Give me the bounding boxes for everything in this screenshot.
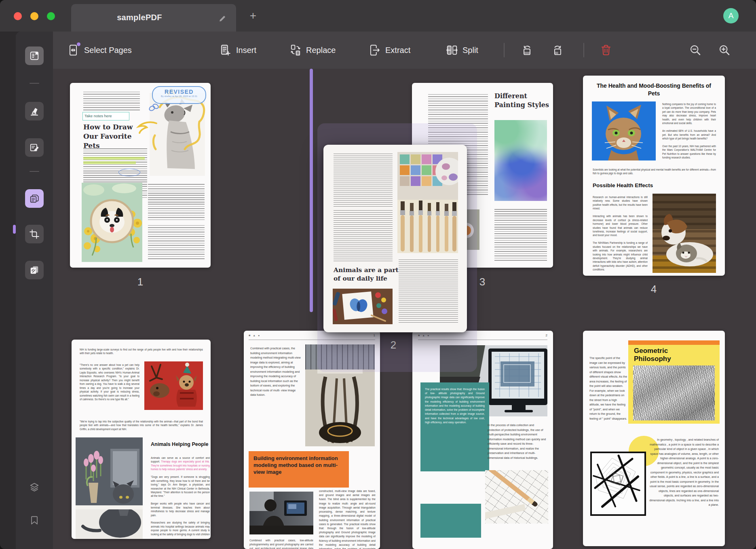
page5-paragraph: "We're trying to tap into the subjective… xyxy=(80,420,203,433)
dogs-in-costumes-photo xyxy=(144,361,203,410)
page4-title: The Health and Mood-Boosting Benefits of… xyxy=(593,82,715,97)
sidebar-item-layers[interactable] xyxy=(25,478,44,496)
drop-slot-number: 2 xyxy=(391,339,396,351)
page4-paragraph: Research on human-animal interactions is… xyxy=(593,195,648,273)
sidebar-divider xyxy=(30,83,39,84)
extract-label: Extract xyxy=(385,46,410,55)
zoom-out-button[interactable] xyxy=(689,32,701,69)
sidebar xyxy=(16,32,53,549)
page5-paragraph: "There's no one answer about how a pet c… xyxy=(80,363,139,418)
text-lines xyxy=(334,210,393,263)
page5-heading: Animals Helping People xyxy=(151,441,209,448)
new-tab-button[interactable]: + xyxy=(246,9,260,23)
extract-button[interactable]: Extract xyxy=(369,32,410,69)
app-window: samplePDF + A xyxy=(0,0,756,549)
insertion-indicator-line xyxy=(310,69,313,312)
palette-and-brushes-image xyxy=(397,152,458,253)
sidebar-item-flatten[interactable] xyxy=(25,261,44,279)
active-tool-indicator xyxy=(13,225,16,234)
paper-page-number: 2 xyxy=(546,334,547,337)
page-organizer-canvas[interactable]: Take notes here How to Draw Our Favorite… xyxy=(53,69,756,549)
rename-pencil-icon[interactable] xyxy=(218,14,227,23)
text-lines xyxy=(494,209,547,261)
close-window-button[interactable] xyxy=(14,12,22,20)
account-avatar[interactable]: A xyxy=(723,8,739,23)
page-thumbnail-4[interactable]: The Health and Mood-Boosting Benefits of… xyxy=(583,76,725,276)
page-thumbnail-8[interactable]: The specific point of the image can be e… xyxy=(583,331,725,546)
page2-heading: Animals are a part of our daily life xyxy=(334,266,404,283)
trash-icon xyxy=(600,44,612,56)
page6-column1: Combined with practical cases, low-altit… xyxy=(249,538,313,549)
rotate-right-icon xyxy=(552,44,563,56)
page-number-1: 1 xyxy=(137,276,143,288)
text-lines xyxy=(399,260,458,324)
sidebar-item-bookmarks[interactable] xyxy=(25,511,44,530)
split-label: Split xyxy=(462,46,478,55)
rotate-left-icon xyxy=(521,44,532,56)
page8-yellow-panel: Geometric Philosophy xyxy=(628,340,720,424)
note-edit-icon xyxy=(29,142,40,153)
select-pages-badge xyxy=(77,42,80,46)
page7-teal-block xyxy=(420,504,481,538)
sidebar-divider xyxy=(30,171,39,172)
rotate-right-button[interactable] xyxy=(552,32,563,69)
zoom-in-button[interactable] xyxy=(718,32,730,69)
wireframe-mesh-image xyxy=(633,365,715,420)
toolbar-divider xyxy=(504,43,505,57)
page8-left-text: The specific point of the image can be e… xyxy=(589,356,627,451)
select-pages-label: Select Pages xyxy=(84,46,132,55)
fullscreen-window-button[interactable] xyxy=(47,12,55,20)
layers-icon xyxy=(29,481,40,493)
man-at-computer-photo xyxy=(249,492,313,534)
page-number-4: 4 xyxy=(651,283,657,296)
page-thumbnail-5[interactable]: NIH is funding large-scale surveys to fi… xyxy=(72,340,211,539)
page7-paragraph: In the process of data collection and pr… xyxy=(488,423,547,464)
text-lines xyxy=(148,225,205,261)
page-number-3: 3 xyxy=(479,276,485,288)
rotate-left-button[interactable] xyxy=(521,32,532,69)
document-tab[interactable]: samplePDF xyxy=(71,4,236,32)
toolbar-divider xyxy=(583,43,584,57)
page-thumbnail-1[interactable]: Take notes here How to Draw Our Favorite… xyxy=(70,83,211,268)
cat-with-tulips-photo xyxy=(76,437,143,539)
organize-pages-icon xyxy=(29,193,40,204)
document-title: samplePDF xyxy=(71,13,208,22)
crop-icon xyxy=(29,229,40,239)
watercolor-image xyxy=(494,120,547,201)
zoom-in-icon xyxy=(718,44,730,56)
sidebar-item-reader[interactable] xyxy=(25,46,44,65)
bookmark-icon xyxy=(29,515,40,526)
text-lines xyxy=(148,184,205,220)
sidebar-item-organize-pages[interactable] xyxy=(25,189,44,208)
sidebar-item-markup[interactable] xyxy=(25,102,44,120)
sidebar-item-crop[interactable] xyxy=(25,225,44,243)
paper-header-icons: ■ ▲ ● xyxy=(249,334,260,337)
insert-label: Insert xyxy=(236,46,256,55)
highlighter-icon xyxy=(29,106,40,116)
page6-abstract: Combined with practical cases, the build… xyxy=(250,346,302,448)
split-icon xyxy=(446,44,457,56)
page4-heading2: Possible Health Effects xyxy=(593,182,653,188)
text-lines xyxy=(334,154,393,207)
replace-label: Replace xyxy=(306,46,336,55)
reader-icon xyxy=(29,51,40,61)
toolbar: Select Pages Insert xyxy=(53,32,756,69)
page5-paragraph: NIH is funding large-scale surveys to fi… xyxy=(80,348,203,357)
page4-paragraph: Scientists are looking at what the poten… xyxy=(593,168,716,177)
insert-button[interactable]: Insert xyxy=(220,32,256,69)
extract-icon xyxy=(369,44,380,56)
duplicate-pages-icon xyxy=(29,265,40,275)
replace-icon xyxy=(289,44,301,56)
replace-button[interactable]: Replace xyxy=(289,32,336,69)
sidebar-item-edit[interactable] xyxy=(25,138,44,157)
page3-heading: Different Painting Styles xyxy=(494,92,551,109)
page6-title-banner: Building environment information modelin… xyxy=(249,451,349,488)
dragged-page-ghost: Animals are a part of our daily life xyxy=(323,145,467,332)
select-pages-button[interactable]: Select Pages xyxy=(68,32,132,69)
split-button[interactable]: Split xyxy=(446,32,478,69)
titlebar: samplePDF + A xyxy=(0,0,756,32)
page5-paragraphs: Animals can serve as a source of comfort… xyxy=(151,456,210,537)
page8-right-text: In geometry , topology , and related bra… xyxy=(648,437,719,529)
minimize-window-button[interactable] xyxy=(30,12,38,20)
delete-pages-button[interactable] xyxy=(600,32,612,69)
